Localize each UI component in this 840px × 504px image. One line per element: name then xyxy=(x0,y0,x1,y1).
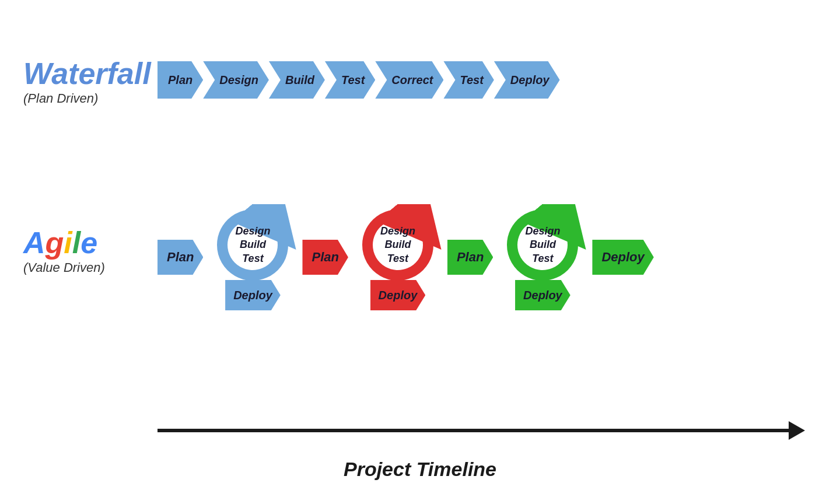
waterfall-step-correct: Correct xyxy=(375,61,443,99)
circular-arrow-0: DesignBuildTest xyxy=(209,204,296,286)
waterfall-title: Waterfall xyxy=(23,58,151,89)
timeline-label: Project Timeline xyxy=(344,458,496,481)
agile-deploy-1: Deploy xyxy=(370,280,426,310)
agile-plan-2: Plan xyxy=(447,240,493,275)
circular-arrow-1: DesignBuildTest xyxy=(354,204,442,286)
sprint-circle-group-0: DesignBuildTestDeploy xyxy=(209,204,296,310)
circular-arrow-2: DesignBuildTest xyxy=(499,204,586,286)
diagram-container: Waterfall (Plan Driven) PlanDesignBuildT… xyxy=(0,0,840,504)
agile-title: Agile xyxy=(23,228,105,258)
waterfall-step-test: Test xyxy=(443,61,494,99)
agile-flow: PlanDesignBuildTestDeployPlanDesignBuild… xyxy=(158,204,654,310)
sprint-circle-group-2: DesignBuildTestDeploy xyxy=(499,204,586,310)
timeline-arrowhead xyxy=(789,421,805,440)
agile-deploy-2: Deploy xyxy=(515,280,570,310)
waterfall-arrows: PlanDesignBuildTestCorrectTestDeploy xyxy=(158,61,560,99)
agile-label: Agile (Value Driven) xyxy=(23,228,105,275)
agile-final-deploy: Deploy xyxy=(592,240,653,275)
agile-subtitle: (Value Driven) xyxy=(23,260,105,275)
agile-deploy-0: Deploy xyxy=(225,280,281,310)
circle-text-1: DesignBuildTest xyxy=(380,225,415,265)
agile-plan-0: Plan xyxy=(158,240,203,275)
waterfall-step-deploy: Deploy xyxy=(494,61,560,99)
waterfall-step-plan: Plan xyxy=(158,61,203,99)
circle-text-2: DesignBuildTest xyxy=(525,225,560,265)
waterfall-label: Waterfall (Plan Driven) xyxy=(23,58,151,106)
timeline-line xyxy=(158,429,789,432)
sprint-circle-group-1: DesignBuildTestDeploy xyxy=(354,204,442,310)
waterfall-subtitle: (Plan Driven) xyxy=(23,91,151,106)
agile-plan-1: Plan xyxy=(302,240,348,275)
waterfall-step-test: Test xyxy=(325,61,375,99)
waterfall-step-design: Design xyxy=(203,61,269,99)
waterfall-step-build: Build xyxy=(269,61,325,99)
circle-text-0: DesignBuildTest xyxy=(235,225,270,265)
timeline-container xyxy=(158,421,805,440)
